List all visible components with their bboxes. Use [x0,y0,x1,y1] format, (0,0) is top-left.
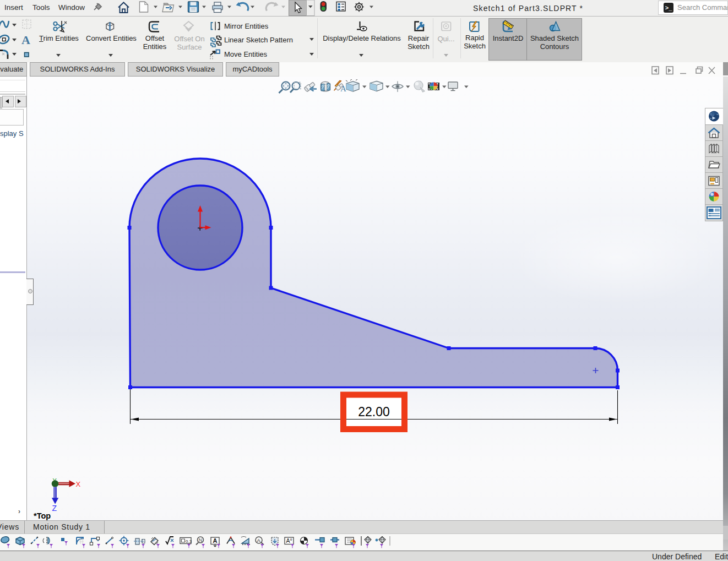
svg-text:22.00: 22.00 [358,405,390,419]
svg-text:A: A [257,537,261,543]
svg-text:*Top: *Top [34,511,51,520]
svg-text:A: A [213,537,218,544]
svg-text:A: A [340,84,346,93]
svg-text:Z: Z [52,504,57,513]
svg-text:A: A [21,33,30,47]
svg-text:A°: A° [286,537,292,544]
svg-text:0.3: 0.3 [186,539,192,544]
svg-text:X: X [76,480,81,488]
svg-text:N: N [199,537,203,543]
